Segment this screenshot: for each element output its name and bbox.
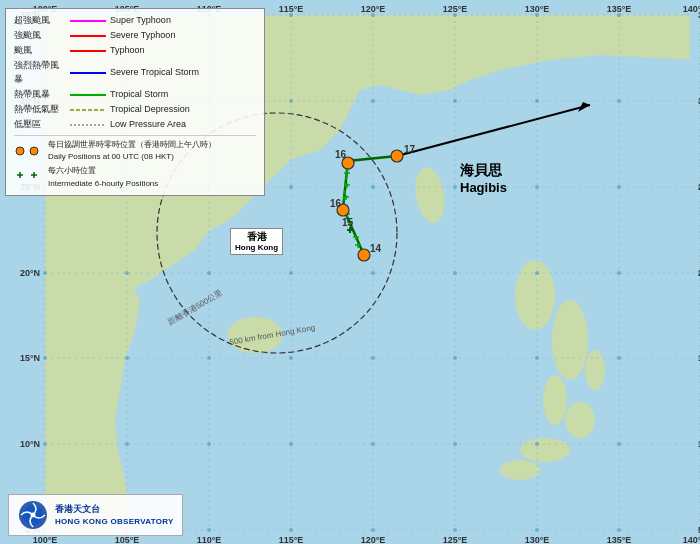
svg-point-159 xyxy=(16,147,24,155)
legend: 超強颱風 Super Typhoon 強颱風 Severe Typhoon 颱風… xyxy=(5,8,265,196)
legend-zh-lp: 低壓區 xyxy=(14,118,66,132)
legend-6hourly: 每六小時位置 Intermediate 6-hourly Positions xyxy=(14,165,256,190)
legend-row-tropicalstorm: 熱帶風暴 Tropical Storm xyxy=(14,88,256,102)
hk-name-zh: 香港 xyxy=(235,230,278,243)
hko-logo-text: 香港天文台 HONG KONG OBSERVATORY xyxy=(55,503,174,527)
legend-zh-supertyphoon: 超強颱風 xyxy=(14,14,66,28)
legend-en-ts: Tropical Storm xyxy=(110,88,256,102)
legend-en-severets: Severe Tropical Storm xyxy=(110,66,256,80)
legend-zh-ts: 熱帶風暴 xyxy=(14,88,66,102)
legend-note2-en: Intermediate 6-hourly Positions xyxy=(48,178,158,190)
map-container: 距離香港500公里 500 km from Hong Kong xyxy=(0,0,700,544)
hk-name-en: Hong Kong xyxy=(235,243,278,253)
legend-en-severetyphoon: Severe Typhoon xyxy=(110,29,256,43)
legend-en-lp: Low Pressure Area xyxy=(110,118,256,132)
legend-row-lowpressure: 低壓區 Low Pressure Area xyxy=(14,118,256,132)
legend-zh-typhoon: 颱風 xyxy=(14,44,66,58)
legend-row-tropicaldepression: 熱帶低氣壓 Tropical Depression xyxy=(14,103,256,117)
legend-note1-en: Daily Positions at 00 UTC (08 HKT) xyxy=(48,151,216,163)
svg-point-160 xyxy=(30,147,38,155)
legend-note1-zh: 每日協調世界時零時位置（香港時間上午八時） xyxy=(48,139,216,151)
legend-en-supertyphoon: Super Typhoon xyxy=(110,14,256,28)
hko-name-en: HONG KONG OBSERVATORY xyxy=(55,516,174,527)
legend-row-typhoon: 颱風 Typhoon xyxy=(14,44,256,58)
hko-emblem xyxy=(17,499,49,531)
legend-zh-severetyphoon: 強颱風 xyxy=(14,29,66,43)
legend-row-supertyphoon: 超強颱風 Super Typhoon xyxy=(14,14,256,28)
legend-en-typhoon: Typhoon xyxy=(110,44,256,58)
hko-logo: 香港天文台 HONG KONG OBSERVATORY xyxy=(8,494,183,536)
legend-row-severetyphoon: 強颱風 Severe Typhoon xyxy=(14,29,256,43)
hko-name-zh: 香港天文台 xyxy=(55,503,174,516)
legend-daily-pos: 每日協調世界時零時位置（香港時間上午八時） Daily Positions at… xyxy=(14,139,256,164)
hk-label: 香港 Hong Kong xyxy=(230,228,283,255)
legend-zh-severets: 強烈熱帶風暴 xyxy=(14,59,66,87)
legend-row-severetropicalstorm: 強烈熱帶風暴 Severe Tropical Storm xyxy=(14,59,256,87)
legend-note2-zh: 每六小時位置 xyxy=(48,165,158,177)
legend-zh-td: 熱帶低氣壓 xyxy=(14,103,66,117)
svg-point-167 xyxy=(31,513,36,518)
legend-en-td: Tropical Depression xyxy=(110,103,256,117)
